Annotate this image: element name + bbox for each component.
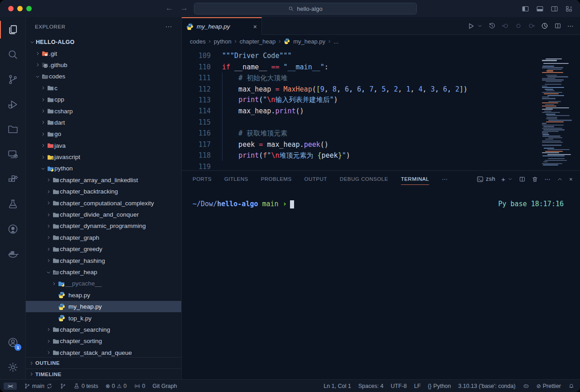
split-terminal-icon[interactable]: [519, 176, 526, 183]
run-python-file-icon[interactable]: [467, 22, 475, 30]
panel-tab-gitlens[interactable]: GITLENS: [224, 171, 248, 187]
tree-item-codes[interactable]: codes: [26, 71, 181, 82]
chevron-right-icon[interactable]: [39, 143, 47, 148]
minimap[interactable]: [542, 58, 575, 166]
code-line-110[interactable]: 110if __name__ == "__main__":: [182, 61, 580, 72]
chevron-right-icon[interactable]: [39, 86, 47, 90]
tree-item-java[interactable]: java: [26, 140, 181, 151]
chevron-right-icon[interactable]: [45, 339, 52, 344]
command-center-search[interactable]: hello-algo: [194, 3, 417, 15]
activity-run-and-debug[interactable]: [0, 92, 25, 117]
code-line-116[interactable]: 116 # 获取堆顶元素: [182, 128, 580, 139]
chevron-down-icon[interactable]: [34, 74, 41, 79]
tree-item--github[interactable]: .github: [26, 59, 181, 71]
terminal[interactable]: ~/Dow/hello-algo main › Py base 18:17:16: [182, 187, 580, 208]
toggle-secondary-sidebar-icon[interactable]: [551, 5, 558, 13]
chevron-right-icon[interactable]: [50, 281, 58, 286]
timeline-section[interactable]: TIMELINE: [26, 368, 181, 380]
panel-tab-debug-console[interactable]: DEBUG CONSOLE: [340, 171, 388, 187]
code-line-118[interactable]: 118 print(f"\n堆顶元素为 {peek}"): [182, 150, 580, 161]
activity-docker[interactable]: [0, 242, 25, 266]
chevron-right-icon[interactable]: [34, 63, 41, 67]
panel-tab-terminal[interactable]: TERMINAL: [401, 171, 429, 187]
chevron-down-icon[interactable]: [45, 270, 52, 275]
outline-section[interactable]: OUTLINE: [26, 357, 181, 369]
chevron-right-icon[interactable]: [45, 327, 52, 332]
tree-item-go[interactable]: go: [26, 128, 181, 140]
breadcrumb-item[interactable]: chapter_heap: [240, 38, 276, 45]
customize-layout-icon[interactable]: [565, 5, 573, 13]
tree-item-chapter-heap[interactable]: chapter_heap: [26, 266, 181, 278]
panel-tab-output[interactable]: OUTPUT: [304, 171, 327, 187]
open-changes-icon[interactable]: [515, 22, 522, 29]
panel-tabs-more-icon[interactable]: ⋯: [442, 176, 448, 182]
chevron-right-icon[interactable]: [39, 155, 47, 160]
tree-item--pycache-[interactable]: __pycache__: [26, 278, 181, 289]
status-indentation[interactable]: Spaces: 4: [358, 383, 384, 389]
close-window-button[interactable]: [8, 6, 14, 11]
open-next-change-icon[interactable]: [528, 22, 535, 29]
tree-item--git[interactable]: .git: [26, 48, 181, 59]
terminal-more-actions-icon[interactable]: ⋯: [544, 176, 551, 182]
explorer-more-actions-icon[interactable]: ⋯: [165, 23, 172, 31]
tree-item-chapter-divide-and-conquer[interactable]: chapter_divide_and_conquer: [26, 209, 181, 220]
activity-explorer[interactable]: [0, 17, 25, 42]
status-ports-forwarded[interactable]: 0: [134, 383, 145, 389]
status-copilot[interactable]: [523, 383, 529, 389]
chevron-right-icon[interactable]: [45, 178, 52, 182]
chevron-right-icon[interactable]: [34, 51, 41, 56]
code-line-113[interactable]: 113 print("\n输入列表并建堆后"): [182, 95, 580, 106]
status-prettier[interactable]: ⊘Prettier: [536, 383, 561, 389]
tree-item-chapter-hashing[interactable]: chapter_hashing: [26, 255, 181, 266]
code-line-117[interactable]: 117 peek = max_heap.peek(): [182, 139, 580, 150]
status-notifications[interactable]: [568, 383, 575, 389]
gitlens-graph-icon[interactable]: [541, 22, 548, 29]
chevron-right-icon[interactable]: [45, 247, 52, 252]
terminal-instance-zsh[interactable]: zsh: [477, 176, 495, 183]
status-remote-indicator[interactable]: ><: [4, 382, 17, 390]
code-line-112[interactable]: 112 max_heap = MaxHeap([9, 8, 6, 6, 7, 5…: [182, 83, 580, 94]
status-language-mode[interactable]: {}Python: [428, 383, 451, 389]
terminal-profile-dropdown-icon[interactable]: [508, 176, 513, 182]
panel-tab-problems[interactable]: PROBLEMS: [261, 171, 292, 187]
chevron-right-icon[interactable]: [45, 201, 52, 205]
navigate-forward-icon[interactable]: →: [180, 4, 188, 13]
kill-terminal-icon[interactable]: [532, 176, 538, 183]
tree-item-python[interactable]: python: [26, 163, 181, 174]
tree-item-javascript[interactable]: JSjavascript: [26, 151, 181, 163]
tab-my-heap-py[interactable]: my_heap.py ×: [182, 17, 262, 35]
status-source-control-status[interactable]: [60, 383, 66, 389]
tree-item-cpp[interactable]: cpp: [26, 94, 181, 105]
tree-item-my-heap-py[interactable]: my_heap.py: [26, 301, 181, 312]
status-problems[interactable]: ⊗0⚠0: [106, 383, 127, 389]
status-python-interpreter[interactable]: 3.10.13 ('base': conda): [458, 383, 515, 389]
activity-accounts[interactable]: 1: [0, 330, 25, 355]
tree-item-chapter-computational-complexity[interactable]: chapter_computational_complexity: [26, 197, 181, 208]
maximize-panel-icon[interactable]: [556, 176, 563, 183]
status-eol[interactable]: LF: [414, 383, 421, 389]
status-test-status[interactable]: 0 tests: [73, 383, 98, 389]
chevron-right-icon[interactable]: [39, 132, 47, 136]
code-line-111[interactable]: 111 # 初始化大顶堆: [182, 73, 580, 83]
code-line-109[interactable]: 109"""Driver Code""": [182, 50, 580, 61]
chevron-right-icon[interactable]: [39, 109, 47, 113]
activity-settings[interactable]: [0, 355, 25, 380]
panel-tab-ports[interactable]: PORTS: [193, 171, 212, 187]
tree-item-chapter-graph[interactable]: chapter_graph: [26, 232, 181, 243]
status-cursor-position[interactable]: Ln 1, Col 1: [324, 383, 351, 389]
chevron-right-icon[interactable]: [39, 97, 47, 102]
close-tab-icon[interactable]: ×: [253, 23, 257, 30]
split-editor-icon[interactable]: [554, 22, 561, 29]
tree-item-chapter-dynamic-programming[interactable]: chapter_dynamic_programming: [26, 220, 181, 232]
tree-item-csharp[interactable]: csharp: [26, 105, 181, 116]
open-previous-change-icon[interactable]: [502, 22, 509, 29]
chevron-right-icon[interactable]: [45, 224, 52, 228]
activity-remote-explorer[interactable]: [0, 142, 25, 167]
status-git-branch[interactable]: main: [24, 383, 53, 389]
tree-root[interactable]: HELLO-ALGO: [26, 36, 181, 48]
activity-project-explorer[interactable]: [0, 117, 25, 142]
code-line-119[interactable]: 119: [182, 161, 580, 171]
tree-item-chapter-array-and-linkedlist[interactable]: chapter_array_and_linkedlist: [26, 174, 181, 186]
tree-item-c[interactable]: c: [26, 82, 181, 94]
tree-item-top-k-py[interactable]: top_k.py: [26, 312, 181, 324]
